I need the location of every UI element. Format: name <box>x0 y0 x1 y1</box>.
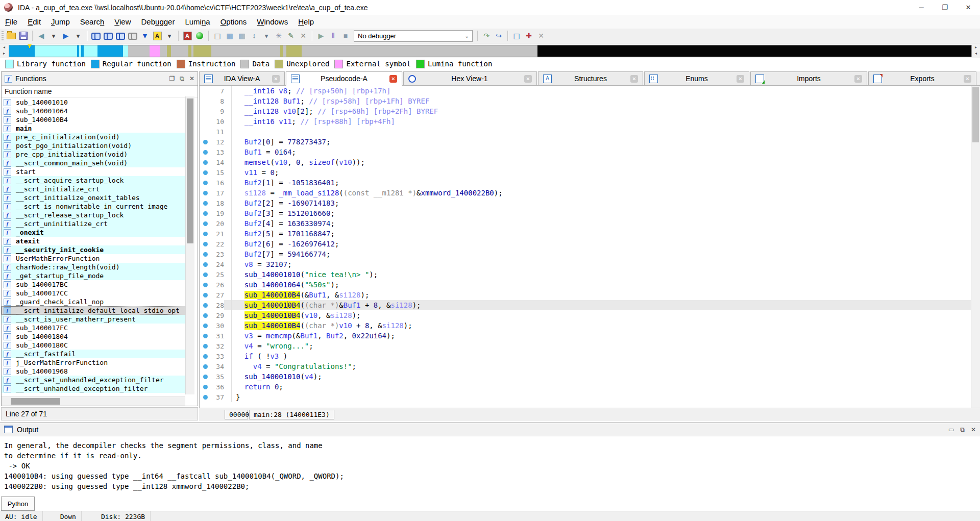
code-line-16[interactable]: 16 Buf2[1] = -1051836401; <box>200 178 980 188</box>
function-list-item[interactable]: f_get_startup_file_mode <box>2 271 185 280</box>
debug-run-icon[interactable]: ▶ <box>315 31 327 41</box>
tab-enums[interactable]: Enums✕ <box>644 71 749 85</box>
function-list-item[interactable]: f__scrt_is_nonwritable_in_current_image <box>2 202 185 211</box>
edit-icon[interactable]: ✎ <box>285 31 297 41</box>
function-list-item[interactable]: f__scrt_acquire_startup_lock <box>2 176 185 185</box>
function-list-item[interactable]: fsub_1400017FC <box>2 324 185 332</box>
line-marker-dot[interactable] <box>203 293 208 297</box>
functions-restore-icon[interactable]: ❐ <box>169 75 175 82</box>
function-list-item[interactable]: f__scrt_initialize_onexit_tables <box>2 193 185 202</box>
create-data-icon[interactable]: ▥ <box>224 31 235 41</box>
line-marker-dot[interactable] <box>203 221 208 226</box>
code-line-34[interactable]: 34 v4 = "Congratulations!"; <box>200 361 980 371</box>
line-marker-dot[interactable] <box>203 375 208 379</box>
menu-edit[interactable]: Edit <box>22 17 46 26</box>
code-vscroll-thumb[interactable] <box>972 87 979 142</box>
function-list-item[interactable]: f__scrt_release_startup_lock <box>2 211 185 219</box>
line-marker-dot[interactable] <box>203 211 208 216</box>
search-binoculars-icon[interactable]: # <box>90 31 102 41</box>
add-breakpoint-icon[interactable]: ✚ <box>523 31 534 41</box>
code-line-24[interactable]: 24 v8 = 32107; <box>200 259 980 269</box>
code-line-29[interactable]: 29 sub_1400010B4(v10, &si128); <box>200 310 980 320</box>
menu-view[interactable]: View <box>109 17 136 26</box>
search-again-binoculars-icon[interactable] <box>127 31 138 41</box>
step-into-icon[interactable]: ↪ <box>493 31 504 41</box>
code-line-21[interactable]: 21 Buf2[5] = 1701168847; <box>200 229 980 239</box>
line-marker-dot[interactable] <box>203 232 208 236</box>
function-list-item[interactable]: f__scrt_initialize_crt <box>2 185 185 193</box>
line-marker-dot[interactable] <box>203 140 208 144</box>
function-list-item[interactable]: fsub_1400017BC <box>2 280 185 289</box>
python-input-selector[interactable]: Python <box>1 497 35 511</box>
pseudocode-view[interactable]: 7 __int16 v8; // [rsp+50h] [rbp+17h]8 __… <box>199 86 980 408</box>
menu-file[interactable]: File <box>0 17 22 26</box>
functions-vertical-scrollbar[interactable] <box>185 96 194 394</box>
ascii-dropdown-icon[interactable]: ▾ <box>164 31 175 41</box>
function-list-item[interactable]: fmain <box>2 124 185 133</box>
breakpoint-list-icon[interactable]: ▤ <box>511 31 522 41</box>
functions-horizontal-scrollbar[interactable] <box>2 396 185 406</box>
navigate-forward-icon[interactable]: ▶ <box>60 31 71 41</box>
code-line-18[interactable]: 18 Buf2[2] = -1690714183; <box>200 198 980 208</box>
code-line-13[interactable]: 13 Buf1 = 0i64; <box>200 147 980 157</box>
output-close-icon[interactable]: ✕ <box>971 426 976 433</box>
close-button[interactable]: ✕ <box>957 0 980 15</box>
code-line-11[interactable]: 11 <box>200 127 980 137</box>
function-list-item[interactable]: fsub_140001010 <box>2 98 185 107</box>
line-marker-dot[interactable] <box>203 262 208 267</box>
line-marker-dot[interactable] <box>203 242 208 246</box>
minimize-button[interactable]: ─ <box>910 0 933 15</box>
function-list-item[interactable]: fcharNode::raw_length(void) <box>2 263 185 271</box>
tab-close-icon[interactable]: ✕ <box>524 75 532 83</box>
function-list-item[interactable]: fsub_140001064 <box>2 107 185 115</box>
tab-close-icon[interactable]: ✕ <box>389 75 397 83</box>
menu-help[interactable]: Help <box>293 17 319 26</box>
line-marker-dot[interactable] <box>203 303 208 308</box>
code-line-37[interactable]: 37} <box>200 392 980 402</box>
debug-stop-icon[interactable]: ■ <box>340 31 351 41</box>
function-list-item[interactable]: fsub_1400017CC <box>2 289 185 297</box>
tab-imports[interactable]: Imports✕ <box>750 71 867 85</box>
function-list-item[interactable]: fsub_1400010B4 <box>2 115 185 124</box>
tab-close-icon[interactable]: ✕ <box>964 75 971 83</box>
names-window-icon[interactable]: A <box>182 31 193 41</box>
line-marker-dot[interactable] <box>203 334 208 338</box>
menu-jump[interactable]: Jump <box>46 17 75 26</box>
code-line-26[interactable]: 26 sub_140001064("%50s"); <box>200 280 980 290</box>
tab-close-icon[interactable]: ✕ <box>854 75 862 83</box>
line-marker-dot[interactable] <box>203 283 208 287</box>
tab-close-icon[interactable]: ✕ <box>630 75 638 83</box>
functions-vscroll-thumb[interactable] <box>187 98 193 243</box>
code-line-12[interactable]: 12 Buf2[0] = 778273437; <box>200 137 980 147</box>
code-line-33[interactable]: 33 if ( !v3 ) <box>200 351 980 361</box>
line-marker-dot[interactable] <box>203 324 208 328</box>
code-line-25[interactable]: 25 sub_140001010("nice tea!\n> "); <box>200 269 980 280</box>
tab-hex-view-1[interactable]: Hex View-1✕ <box>403 71 537 85</box>
function-name-column-header[interactable]: Function name <box>2 86 198 97</box>
debugger-select[interactable]: No debugger⌄ <box>354 30 473 42</box>
functions-close-icon[interactable]: ✕ <box>189 75 194 82</box>
function-list-item[interactable]: fsub_140001968 <box>2 367 185 376</box>
tab-pseudocode-a[interactable]: Pseudocode-A✕ <box>286 71 402 86</box>
line-marker-dot[interactable] <box>203 385 208 389</box>
function-list-item[interactable]: f_guard_check_icall_nop <box>2 297 185 306</box>
function-list-item[interactable]: fpre_c_initialization(void) <box>2 133 185 141</box>
tab-structures[interactable]: AStructures✕ <box>538 71 643 85</box>
output-float-icon[interactable]: ⧉ <box>960 426 965 433</box>
search-text-binoculars-icon[interactable]: T <box>103 31 114 41</box>
jump-address-icon[interactable]: ▼ <box>139 31 151 41</box>
reanalyze-icon[interactable]: ↕ <box>249 31 260 41</box>
menu-options[interactable]: Options <box>215 17 252 26</box>
maximize-button[interactable]: ❐ <box>933 0 957 15</box>
function-list-item[interactable]: fj_UserMathErrorFunction <box>2 358 185 367</box>
code-line-15[interactable]: 15 v11 = 0; <box>200 167 980 178</box>
function-list-item[interactable]: f__scrt_common_main_seh(void) <box>2 159 185 167</box>
line-marker-dot[interactable] <box>203 160 208 165</box>
function-list-item[interactable]: f__scrt_initialize_default_local_stdio_o… <box>2 306 185 315</box>
menu-windows[interactable]: Windows <box>252 17 293 26</box>
delete-breakpoint-icon[interactable]: ✕ <box>535 31 547 41</box>
create-function-icon[interactable]: ▤ <box>212 31 223 41</box>
function-list-item[interactable]: f__security_init_cookie <box>2 245 185 254</box>
analysis-dropdown-icon[interactable]: ▾ <box>261 31 272 41</box>
save-icon[interactable] <box>18 31 29 41</box>
